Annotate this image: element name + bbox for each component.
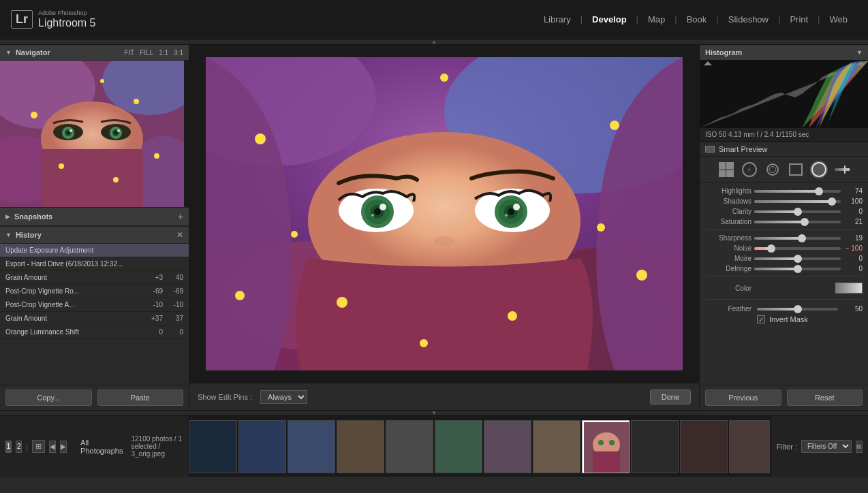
highlights-slider[interactable]	[754, 190, 841, 193]
sharpness-slider[interactable]	[754, 237, 841, 240]
radial-tool-icon[interactable]	[764, 161, 781, 178]
snapshots-collapse-icon[interactable]: ▶	[5, 213, 10, 220]
smart-preview: Smart Preview	[700, 142, 868, 157]
nav-book[interactable]: Book	[677, 10, 717, 29]
filmstrip-forward-button[interactable]: ▶	[60, 441, 67, 453]
filmstrip-page-1[interactable]: 1	[5, 441, 12, 453]
history-item[interactable]: Grain Amount+340	[0, 271, 189, 285]
svg-rect-66	[435, 421, 482, 473]
svg-point-54	[337, 297, 347, 308]
nav-print[interactable]: Print	[780, 10, 818, 29]
show-edit-pins-select[interactable]: Always	[260, 390, 307, 404]
feather-invert-section: Feather 50 ✓ Invert Mask	[700, 302, 868, 329]
svg-point-22	[59, 163, 64, 169]
clarity-row: Clarity 0	[700, 206, 868, 217]
noise-value: − 100	[843, 244, 863, 252]
film-thumb[interactable]	[189, 420, 237, 473]
scroll-arrow-top[interactable]: ▲	[0, 39, 868, 45]
svg-point-20	[117, 129, 120, 132]
highlights-label: Highlights	[705, 187, 751, 195]
feather-row: Feather 50	[705, 305, 863, 313]
film-thumb[interactable]	[238, 420, 286, 473]
history-item[interactable]: Post-Crop Vignette A...-10-10	[0, 298, 189, 312]
filmstrip-page-2[interactable]: 2	[16, 441, 22, 453]
nav-library[interactable]: Library	[534, 10, 580, 29]
invert-mask-checkbox[interactable]: ✓	[757, 315, 765, 323]
histogram-title: Histogram	[705, 48, 742, 57]
filter-select[interactable]: Filters Off	[801, 440, 852, 453]
noise-row: Noise − 100	[700, 243, 868, 253]
zoom-fit[interactable]: FIT	[124, 49, 134, 57]
reset-button[interactable]: Reset	[787, 389, 863, 406]
paste-button[interactable]: Paste	[97, 389, 184, 406]
filmstrip-images	[189, 416, 770, 477]
snapshots-add-button[interactable]: +	[178, 211, 183, 222]
film-thumb[interactable]	[484, 420, 531, 473]
noise-slider[interactable]	[754, 247, 841, 250]
defringe-slider[interactable]	[754, 268, 841, 270]
nav-web[interactable]: Web	[820, 10, 858, 29]
history-item[interactable]: Grain Amount+3737	[0, 312, 189, 325]
film-thumb[interactable]	[435, 420, 482, 473]
nav-slideshow[interactable]: Slideshow	[719, 10, 778, 29]
filmstrip-expand-icon[interactable]: ▤	[856, 441, 863, 453]
noise-label: Noise	[705, 244, 751, 252]
navigator-collapse-icon[interactable]: ▼	[5, 49, 12, 56]
clarity-value: 0	[843, 208, 863, 215]
history-close-button[interactable]: ✕	[176, 230, 183, 240]
film-thumb[interactable]	[582, 420, 630, 473]
saturation-slider[interactable]	[754, 221, 841, 223]
scroll-arrow-bottom[interactable]: ▼	[0, 410, 868, 415]
film-thumb[interactable]	[533, 420, 580, 473]
zoom-3-1[interactable]: 3:1	[174, 49, 183, 57]
shadows-label: Shadows	[705, 197, 751, 205]
history-item[interactable]: Update Exposure Adjustment	[0, 244, 189, 257]
svg-point-23	[113, 177, 119, 182]
sliders-section: Highlights 74 Shadows 100 Clarity	[700, 183, 868, 385]
history-item[interactable]: Export - Hard Drive (6/18/2013 12:32...	[0, 257, 189, 271]
snapshots-header: ▶ Snapshots +	[0, 207, 189, 226]
filmstrip-grid-button[interactable]: ⊞	[32, 440, 45, 453]
history-header: ▼ History ✕	[0, 226, 189, 244]
shadows-slider[interactable]	[754, 200, 841, 203]
film-thumb[interactable]	[337, 420, 384, 473]
copy-button[interactable]: Copy...	[5, 389, 92, 406]
done-button[interactable]: Done	[650, 389, 691, 404]
svg-point-30	[255, 133, 266, 144]
moire-row: Moire 0	[700, 253, 868, 264]
moire-slider[interactable]	[754, 257, 841, 260]
nav-develop[interactable]: Develop	[583, 10, 636, 29]
film-thumb[interactable]	[729, 420, 770, 473]
film-thumb[interactable]	[288, 420, 335, 473]
filmstrip-filter: Filter : Filters Off ▤	[770, 416, 868, 477]
circle-mask-tool-icon[interactable]	[810, 161, 828, 178]
filmstrip: 1 2 | ⊞ ◀ ▶ All Photographs 12100 photos…	[0, 415, 868, 477]
zoom-1-1[interactable]: 1:1	[159, 49, 168, 57]
nav-map[interactable]: Map	[638, 10, 675, 29]
adjustment-brush-icon[interactable]	[833, 161, 851, 178]
history-collapse-icon[interactable]: ▼	[5, 232, 12, 238]
feather-label: Feather	[705, 305, 751, 313]
zoom-fill[interactable]: FILL	[140, 49, 153, 57]
color-swatch[interactable]	[835, 283, 863, 293]
photo-info: ISO 50 4.13 mm f / 2.4 1/1150 sec	[700, 128, 868, 142]
previous-button[interactable]: Previous	[705, 389, 781, 406]
brush-tool-icon[interactable]: +	[741, 161, 758, 178]
feather-slider[interactable]	[757, 308, 838, 311]
film-thumb[interactable]	[680, 420, 728, 473]
right-panel: Histogram ▼	[699, 45, 868, 410]
history-item[interactable]: Orange Luminance Shift00	[0, 325, 189, 339]
filmstrip-back-button[interactable]: ◀	[49, 441, 56, 453]
histogram-collapse-icon[interactable]: ▼	[856, 49, 863, 56]
film-thumb[interactable]	[386, 420, 433, 473]
clarity-slider[interactable]	[754, 210, 841, 213]
grid-tool-icon[interactable]	[717, 161, 735, 178]
main-photo	[206, 57, 683, 370]
svg-point-46	[379, 204, 386, 210]
rect-tool-icon[interactable]	[787, 161, 805, 178]
navigator-preview[interactable]	[0, 61, 189, 207]
film-thumb[interactable]	[631, 420, 679, 473]
filter-label: Filter :	[776, 443, 797, 451]
svg-rect-65	[386, 421, 433, 473]
history-item[interactable]: Post-Crop Vignette Ro...-69-69	[0, 285, 189, 298]
